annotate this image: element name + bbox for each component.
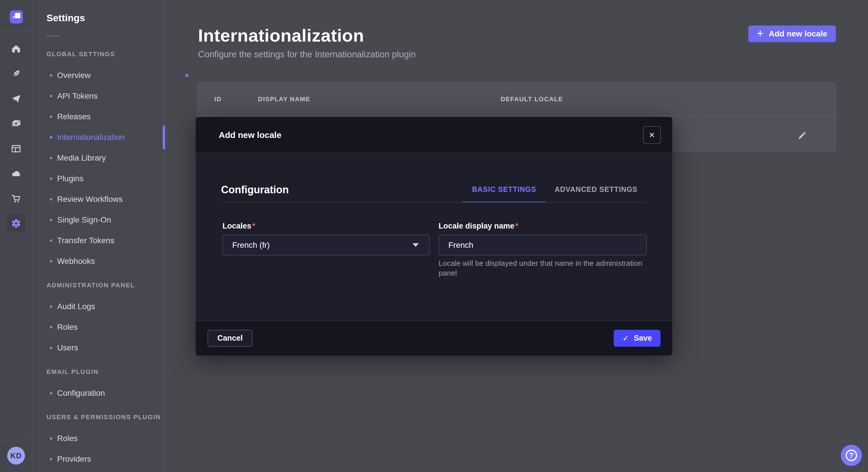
sidebar-item-admin-roles[interactable]: Roles — [32, 317, 164, 338]
sidebar-item-audit-logs[interactable]: Audit Logs — [32, 296, 164, 317]
active-item-indicator — [163, 126, 165, 149]
display-name-helper-text: Locale will be displayed under that name… — [439, 258, 651, 278]
bullet-icon — [50, 347, 53, 349]
home-icon[interactable] — [7, 40, 25, 58]
bullet-icon — [50, 392, 53, 395]
chevron-down-icon — [412, 243, 419, 247]
table-header-divider — [198, 115, 835, 116]
bullet-icon — [50, 305, 53, 308]
section-administration-panel: ADMINISTRATION PANEL — [46, 281, 164, 289]
column-header-display-name: DISPLAY NAME — [258, 83, 310, 115]
pencil-icon — [797, 131, 807, 141]
bullet-icon — [50, 177, 53, 180]
sidebar-item-admin-users[interactable]: Users — [32, 338, 164, 358]
locales-select[interactable]: French (fr) — [222, 235, 430, 256]
page-title: Internationalization — [198, 25, 364, 45]
modal-header: Add new locale ✕ — [196, 117, 672, 154]
sidebar-title: Settings — [46, 11, 164, 24]
bullet-icon — [50, 115, 53, 118]
save-button[interactable]: ✓ Save — [614, 330, 660, 347]
close-icon[interactable]: ✕ — [643, 126, 661, 144]
sidebar-title-divider — [46, 36, 60, 36]
add-new-locale-button[interactable]: + Add new locale — [748, 26, 836, 42]
sidebar-item-review-workflows[interactable]: Review Workflows — [32, 189, 164, 210]
sidebar-item-up-roles[interactable]: Roles — [32, 428, 164, 449]
administration-panel-list: Audit Logs Roles Users — [32, 296, 164, 358]
rail-divider — [0, 30, 32, 31]
modal-body: Configuration BASIC SETTINGS ADVANCED SE… — [196, 154, 672, 320]
notification-dot — [185, 74, 188, 77]
sidebar-item-media-library[interactable]: Media Library — [32, 148, 164, 168]
user-avatar[interactable]: KD — [7, 447, 25, 465]
tab-advanced-settings[interactable]: ADVANCED SETTINGS — [546, 185, 647, 203]
bullet-icon — [50, 260, 53, 263]
bullet-icon — [50, 198, 53, 201]
locales-table-header: ID DISPLAY NAME DEFAULT LOCALE — [198, 83, 835, 115]
paper-plane-icon[interactable] — [7, 90, 25, 108]
bullet-icon — [50, 136, 53, 139]
sidebar-item-webhooks[interactable]: Webhooks — [32, 251, 164, 272]
sidebar-item-plugins[interactable]: Plugins — [32, 168, 164, 189]
sidebar-item-single-sign-on[interactable]: Single Sign-On — [32, 210, 164, 230]
sidebar-item-transfer-tokens[interactable]: Transfer Tokens — [32, 230, 164, 251]
modal-footer: Cancel ✓ Save — [196, 320, 672, 356]
section-global-settings: GLOBAL SETTINGS — [46, 50, 164, 58]
bullet-icon — [50, 219, 53, 222]
icon-rail: KD — [0, 0, 32, 472]
email-plugin-list: Configuration — [32, 383, 164, 403]
cloud-icon[interactable] — [7, 164, 25, 183]
bullet-icon — [50, 95, 53, 98]
strapi-logo-glyph — [15, 13, 20, 19]
sidebar-item-api-tokens[interactable]: API Tokens — [32, 86, 164, 106]
bullet-icon — [50, 157, 53, 160]
help-button[interactable]: ? — [841, 445, 862, 466]
bullet-icon — [50, 326, 53, 329]
bullet-icon — [50, 458, 53, 461]
feather-icon[interactable] — [7, 65, 25, 83]
configuration-section-title: Configuration — [221, 184, 289, 196]
bullet-icon — [50, 239, 53, 242]
save-button-label: Save — [634, 334, 652, 343]
sidebar-item-overview[interactable]: Overview — [32, 65, 164, 86]
required-asterisk: * — [252, 222, 255, 230]
sidebar-item-releases[interactable]: Releases — [32, 106, 164, 127]
cancel-button[interactable]: Cancel — [208, 330, 253, 347]
section-users-permissions-plugin: USERS & PERMISSIONS PLUGIN — [46, 413, 164, 421]
settings-sidebar: Settings GLOBAL SETTINGS Overview API To… — [32, 0, 165, 472]
bullet-icon — [50, 437, 53, 440]
add-locale-modal: Add new locale ✕ Configuration BASIC SET… — [196, 117, 672, 356]
required-asterisk: * — [515, 222, 518, 230]
marketplace-cart-icon[interactable] — [7, 189, 25, 208]
users-permissions-list: Roles Providers — [32, 428, 164, 469]
locales-field-label: Locales* — [222, 222, 255, 231]
column-header-default-locale: DEFAULT LOCALE — [501, 83, 563, 115]
section-divider — [221, 202, 647, 203]
media-library-icon[interactable] — [7, 114, 25, 133]
section-email-plugin: EMAIL PLUGIN — [46, 368, 164, 376]
locales-select-value: French (fr) — [232, 241, 412, 250]
add-new-locale-label: Add new locale — [769, 29, 827, 38]
sidebar-item-email-configuration[interactable]: Configuration — [32, 383, 164, 403]
rail-divider-bottom — [0, 440, 32, 440]
settings-tabs: BASIC SETTINGS ADVANCED SETTINGS — [463, 185, 647, 203]
strapi-logo[interactable] — [10, 10, 23, 24]
page-subtitle: Configure the settings for the Internati… — [198, 49, 415, 60]
check-icon: ✓ — [622, 334, 629, 343]
settings-gear-icon[interactable] — [7, 214, 25, 233]
bullet-icon — [50, 74, 53, 77]
global-settings-list: Overview API Tokens Releases Internation… — [32, 65, 164, 272]
tab-basic-settings[interactable]: BASIC SETTINGS — [463, 185, 546, 203]
layout-icon[interactable] — [7, 139, 25, 158]
locale-display-name-input[interactable] — [439, 235, 647, 256]
sidebar-item-up-providers[interactable]: Providers — [32, 449, 164, 469]
plus-icon: + — [757, 28, 764, 39]
column-header-id: ID — [214, 83, 222, 115]
modal-title: Add new locale — [219, 130, 281, 140]
display-name-field-label: Locale display name* — [439, 222, 518, 231]
strapi-logo-glyph-accent — [12, 16, 15, 19]
question-mark-icon: ? — [846, 450, 857, 461]
edit-locale-button[interactable] — [795, 130, 808, 142]
sidebar-item-internationalization[interactable]: Internationalization — [32, 127, 164, 148]
